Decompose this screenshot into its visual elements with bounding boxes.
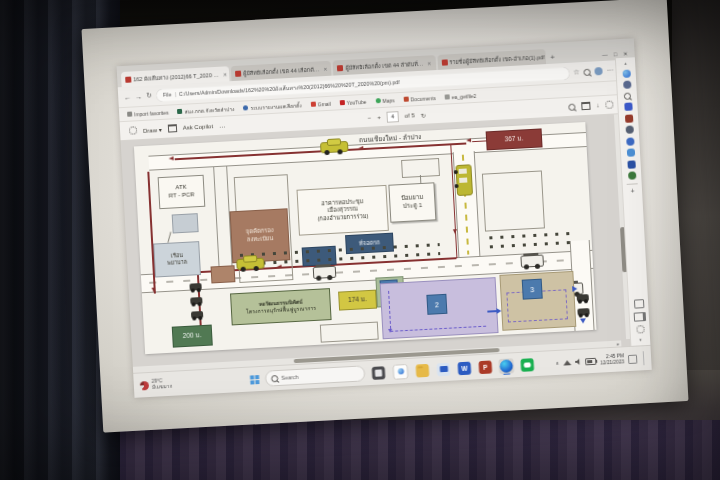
bookmark-getfile[interactable]: ea_getfile2	[445, 92, 477, 100]
parked-cart	[577, 294, 589, 302]
sidebar-search-icon[interactable]	[624, 92, 631, 99]
bottom-building-outline	[320, 322, 379, 343]
sidebar-settings-gear-icon[interactable]	[636, 325, 644, 333]
bookmark-label: ea_getfile2	[452, 92, 477, 99]
line-messenger-icon[interactable]	[520, 358, 534, 372]
tab-close-icon[interactable]: ✕	[323, 65, 328, 71]
screening-line2: ลงทะเบียน	[247, 235, 274, 244]
pdf-search-icon[interactable]	[568, 103, 575, 110]
pdf-page-traffic-diagram: ถนนเชียงใหม่ - ลำปาง	[134, 122, 597, 354]
route-arrow-left	[169, 156, 174, 160]
bookmark-import-favorites[interactable]: Import favorites	[127, 109, 169, 117]
rotate-icon[interactable]: ↻	[420, 111, 425, 118]
copilot-taskbar-icon[interactable]	[393, 363, 409, 379]
image-panel-icon[interactable]	[633, 299, 643, 309]
connector-line	[167, 232, 171, 243]
gmail-icon	[311, 102, 316, 107]
search-placeholder: Search	[281, 374, 299, 381]
tools-icon[interactable]	[624, 114, 632, 122]
bookmark-label: Import favorites	[134, 109, 169, 117]
shopping-tag-icon[interactable]	[624, 102, 632, 110]
bookmark-label: Maps	[382, 97, 395, 104]
profile-avatar[interactable]	[594, 67, 602, 75]
zoom-out-button[interactable]: −	[368, 115, 372, 121]
games-icon[interactable]	[626, 137, 634, 145]
sidebar-toggle-icon[interactable]	[633, 312, 645, 322]
highlight-tool-icon[interactable]	[167, 124, 176, 132]
flow-arrow-down	[580, 318, 586, 323]
favorite-star-icon[interactable]: ☆	[573, 68, 580, 76]
notifications-bell-icon[interactable]	[623, 81, 631, 89]
page-number-input[interactable]: 4	[386, 111, 399, 123]
file-icon	[445, 94, 450, 99]
onedrive-cloud-icon[interactable]	[626, 148, 634, 156]
tab-label: 162 ผังเส้นทาง (2012)66 T_2020 …	[133, 70, 219, 83]
pdf-settings-gear-icon[interactable]	[605, 100, 613, 108]
route-arrow-down	[453, 229, 457, 234]
bookmark-label: YouTube	[347, 98, 367, 105]
toolbar-spacer	[231, 118, 362, 125]
wifi-icon[interactable]	[563, 360, 571, 365]
bookmark-maps[interactable]: Maps	[375, 97, 395, 104]
bookmark-item[interactable]: สนง.กกต.จังหวัดลำปาง	[177, 104, 234, 115]
address-separator: |	[174, 91, 176, 97]
back-icon[interactable]: ←	[124, 93, 131, 100]
edge-icon[interactable]	[499, 359, 513, 373]
line-wrap	[519, 357, 535, 373]
bookmark-documents[interactable]: Documents	[403, 95, 436, 103]
parked-cart	[190, 297, 202, 305]
show-desktop-strip[interactable]	[643, 351, 646, 365]
tray-chevron-icon[interactable]: ∧	[555, 360, 559, 366]
powerpoint-icon[interactable]: P	[479, 360, 493, 374]
ecosia-tree-icon[interactable]	[628, 171, 636, 179]
bookmark-youtube[interactable]: YouTube	[340, 98, 367, 105]
search-in-page-icon[interactable]	[583, 68, 590, 75]
forward-icon[interactable]: →	[135, 92, 142, 99]
guard-line2: ประตู 1	[403, 202, 423, 211]
sidebar-add-icon[interactable]: +	[630, 187, 634, 194]
outlook-icon[interactable]	[437, 362, 451, 376]
minimize-button[interactable]: —	[602, 52, 608, 58]
bookmark-gmail[interactable]: Gmail	[311, 100, 331, 107]
yellow-car-highway	[320, 141, 349, 153]
zoom-in-button[interactable]: +	[377, 114, 381, 120]
zone2-number: 2	[426, 294, 447, 315]
browser-more-icon[interactable]: ⋯	[606, 66, 613, 74]
taskbar-search-box[interactable]: Search	[265, 365, 366, 386]
word-icon[interactable]: W	[458, 361, 472, 375]
new-tab-button[interactable]: +	[550, 53, 555, 62]
sidebar-divider	[627, 183, 638, 185]
distance-367-box: 367 ม.	[486, 128, 543, 150]
sidebar-scroll-down-icon[interactable]: ▾	[639, 337, 642, 342]
copilot-icon[interactable]	[622, 69, 630, 77]
close-button[interactable]: ✕	[623, 51, 628, 57]
start-button[interactable]	[250, 375, 259, 384]
maximize-button[interactable]: □	[614, 51, 618, 57]
tab-close-icon[interactable]: ✕	[223, 71, 228, 77]
pen-tool-icon[interactable]	[129, 126, 137, 134]
people-icon[interactable]	[625, 125, 633, 133]
weather-widget[interactable]: 29°C มีเมฆมาก	[140, 378, 173, 391]
task-view-button[interactable]	[372, 366, 386, 380]
notification-center-icon[interactable]	[628, 354, 637, 363]
save-icon[interactable]: ↓	[596, 102, 599, 108]
tab-close-icon[interactable]: ✕	[427, 60, 432, 66]
battery-icon[interactable]	[585, 357, 596, 365]
toolbar-more-icon[interactable]: ⋯	[219, 122, 225, 129]
bookmark-item[interactable]: ระบบรายงานผลเลือกตั้ง	[243, 101, 302, 112]
taskbar-clock[interactable]: 2:45 PM 12/21/2023	[600, 353, 625, 366]
refresh-icon[interactable]: ↻	[146, 91, 152, 99]
yellow-car-inner	[236, 258, 265, 270]
draw-button[interactable]: Draw ▾	[143, 125, 162, 133]
ask-copilot-button[interactable]: Ask Copilot	[183, 123, 214, 131]
file-explorer-icon[interactable]	[416, 363, 430, 377]
print-icon[interactable]	[581, 102, 590, 110]
weather-icon	[140, 381, 149, 390]
pdf-viewport[interactable]: ถนนเชียงใหม่ - ลำปาง	[121, 114, 632, 373]
right-building-outline	[482, 170, 545, 231]
tree-row-right	[485, 229, 570, 251]
word-app-icon[interactable]	[627, 160, 635, 168]
infirmary-line2: พยาบาล	[167, 259, 187, 267]
speaker-icon[interactable]	[575, 359, 581, 365]
sidebar-scroll-up-icon[interactable]: ▴	[624, 61, 627, 66]
